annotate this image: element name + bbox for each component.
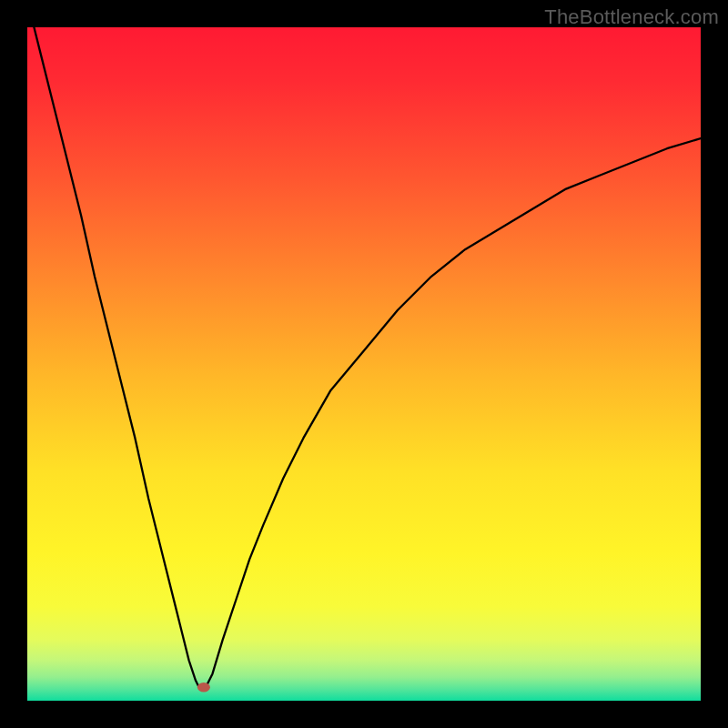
chart-frame: TheBottleneck.com [0,0,728,728]
optimum-marker [197,682,210,692]
watermark-text: TheBottleneck.com [544,5,719,29]
gradient-background [27,27,701,701]
plot-area [27,27,701,701]
chart-svg [27,27,701,701]
